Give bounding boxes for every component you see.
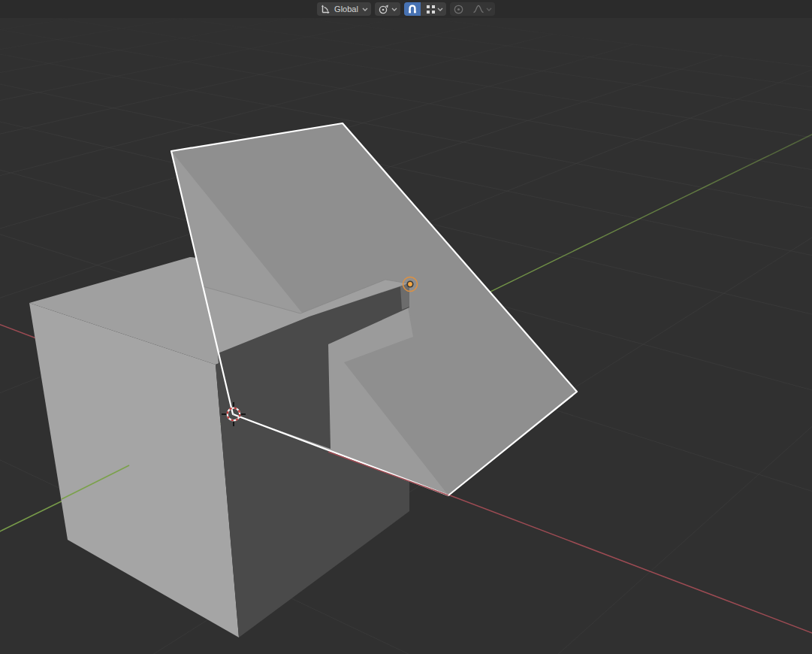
snap-settings-button[interactable] xyxy=(423,2,446,16)
chevron-down-icon xyxy=(362,8,368,11)
orientation-label: Global xyxy=(333,2,360,16)
blender-window: Global xyxy=(0,0,812,654)
proportional-edit-controls xyxy=(450,2,495,16)
chevron-down-icon xyxy=(437,8,443,11)
chevron-down-icon xyxy=(391,8,397,11)
object-origin-dot xyxy=(408,282,412,286)
viewport-header: Global xyxy=(0,0,812,18)
viewport-canvas[interactable] xyxy=(0,18,812,654)
proportional-circle-icon xyxy=(453,4,464,15)
snap-toggle-button[interactable] xyxy=(404,2,421,16)
pivot-point-dropdown[interactable] xyxy=(375,2,400,16)
proportional-falloff-button[interactable] xyxy=(469,2,495,16)
falloff-curve-icon xyxy=(472,4,484,14)
transform-orientation-dropdown[interactable]: Global xyxy=(317,2,371,16)
snap-increment-icon xyxy=(426,5,436,14)
orientation-axes-icon xyxy=(320,4,331,14)
cursor-center-dot xyxy=(233,413,234,415)
proportional-edit-toggle[interactable] xyxy=(450,2,467,16)
snapping-controls xyxy=(404,2,446,16)
pivot-point-icon xyxy=(378,4,389,15)
cube-notch-end-face[interactable] xyxy=(400,283,409,310)
magnet-icon xyxy=(407,4,418,14)
chevron-down-icon xyxy=(486,8,492,11)
